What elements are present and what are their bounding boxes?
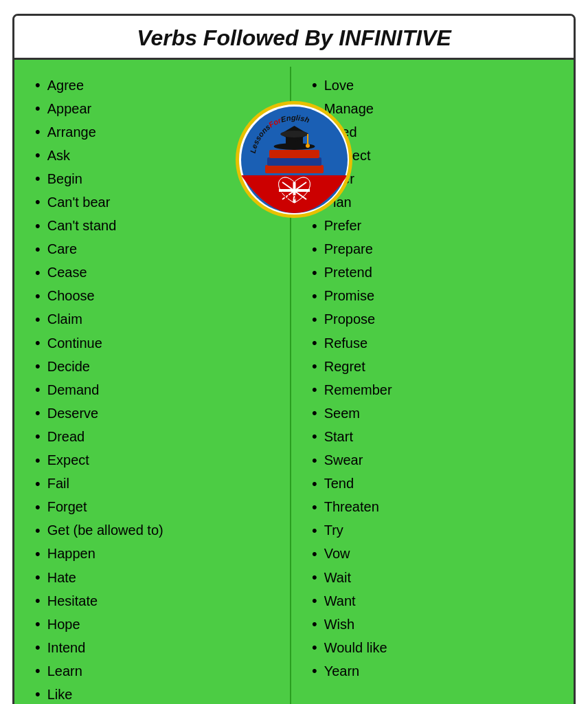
list-item: Would like: [312, 636, 560, 659]
list-item: Yearn: [312, 659, 560, 683]
list-item: Remember: [312, 378, 560, 402]
list-item: Intend: [35, 636, 283, 659]
list-item: Want: [312, 589, 560, 613]
list-item: Threaten: [312, 496, 560, 519]
content-area: LessonsForEnglish .Com AgreeAppearArrang…: [14, 60, 574, 704]
list-item: Propose: [312, 308, 560, 331]
svg-rect-5: [265, 165, 324, 173]
logo-circle: LessonsForEnglish .Com: [236, 101, 352, 218]
list-item: Pretend: [312, 261, 560, 285]
list-item: Can't bear: [35, 190, 283, 214]
list-item: Care: [35, 238, 283, 261]
list-item: Dread: [35, 425, 283, 448]
list-item: Swear: [312, 449, 560, 472]
list-item: Deserve: [35, 402, 283, 425]
list-item: Regret: [312, 355, 560, 378]
list-item: Cease: [35, 261, 283, 285]
list-item: Fail: [35, 472, 283, 496]
list-item: Demand: [35, 378, 283, 402]
list-item: Hesitate: [35, 589, 283, 613]
list-item: Seem: [312, 402, 560, 425]
list-item: Promise: [312, 285, 560, 308]
list-item: Decide: [35, 355, 283, 378]
title-plain: Verbs Followed By: [137, 25, 339, 50]
list-item: Hope: [35, 613, 283, 636]
list-item: Get (be allowed to): [35, 519, 283, 542]
list-item: Appear: [35, 97, 283, 120]
list-item: Hate: [35, 566, 283, 589]
svg-point-11: [280, 131, 308, 138]
list-item: Tend: [312, 472, 560, 496]
list-item: Refuse: [312, 331, 560, 355]
list-item: Learn: [35, 659, 283, 683]
list-item: Prepare: [312, 238, 560, 261]
list-item: Love: [312, 74, 560, 97]
svg-rect-7: [269, 150, 319, 158]
list-item: Start: [312, 425, 560, 448]
list-item: Wait: [312, 566, 560, 589]
logo-svg: LessonsForEnglish .Com: [241, 107, 348, 213]
title-bold: INFINITIVE: [339, 25, 451, 50]
list-item: Manage: [312, 97, 560, 120]
list-item: Vow: [312, 542, 560, 566]
svg-point-13: [306, 144, 310, 148]
list-item: Claim: [35, 308, 283, 331]
list-item: Prefer: [312, 214, 560, 238]
list-item: Try: [312, 519, 560, 542]
svg-rect-6: [267, 157, 321, 166]
card: Verbs Followed By INFINITIVE: [12, 14, 576, 704]
list-item: Can't stand: [35, 214, 283, 238]
list-item: Happen: [35, 542, 283, 566]
list-item: Agree: [35, 74, 283, 97]
list-item: Wish: [312, 613, 560, 636]
page-title: Verbs Followed By INFINITIVE: [21, 25, 567, 51]
list-item: Continue: [35, 331, 283, 355]
list-item: Choose: [35, 285, 283, 308]
header: Verbs Followed By INFINITIVE: [14, 16, 574, 60]
list-item: Forget: [35, 496, 283, 519]
list-item: Like: [35, 683, 283, 704]
list-item: Expect: [35, 449, 283, 472]
list-item: Plan: [312, 190, 560, 214]
